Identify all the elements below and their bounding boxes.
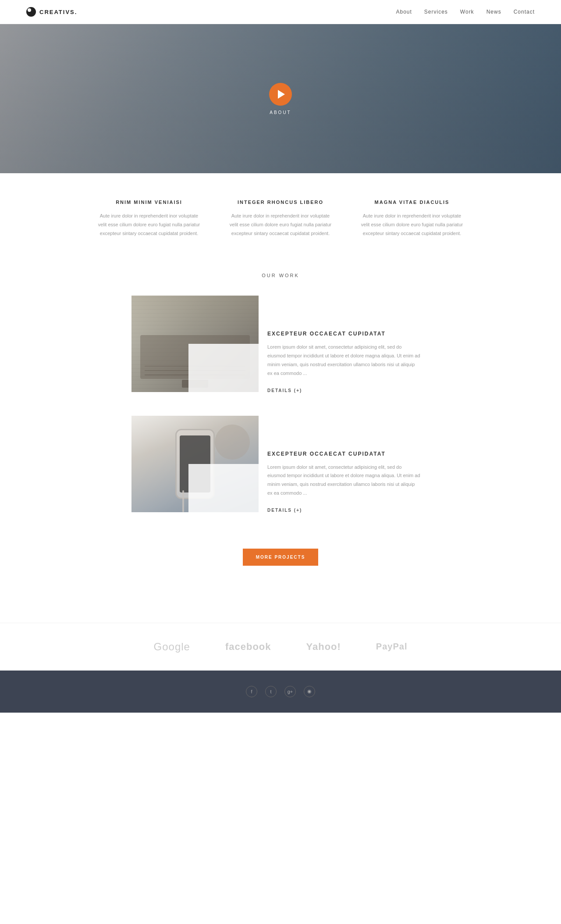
nav-work[interactable]: Work [460,9,474,15]
work-content-2: EXCEPTEUR OCCAECAT CUPIDATAT Lorem ipsum… [259,416,430,514]
feature-3-text: Aute irure dolor in reprehenderit inor v… [359,212,465,238]
feature-1-text: Aute irure dolor in reprehenderit inor v… [96,212,202,238]
nav-contact[interactable]: Contact [514,9,535,15]
our-work-section: OUR WORK EXCEPTEUR OCCAECAT CUPIDATAT [0,264,561,622]
work-item-2-text: Lorem ipsum dolor sit amet, consectetur … [267,463,421,498]
logo[interactable]: CREATIVS. [26,7,77,17]
client-yahoo: Yahoo! [306,641,341,653]
more-projects-wrapper: MORE PROJECTS [0,549,561,566]
work-item-1-title: EXCEPTEUR OCCAECAT CUPIDATAT [267,331,421,337]
feature-2: INTEGER RHONCUS LIBERO Aute irure dolor … [228,200,333,238]
footer-facebook-icon[interactable]: f [246,686,257,697]
work-image-1-wrapper [131,296,259,392]
work-item-1-text: Lorem ipsum dolor sit amet, consectetur … [267,343,421,378]
work-image-2-wrapper [131,416,259,512]
work-content-1: EXCEPTEUR OCCAECAT CUPIDATAT Lorem ipsum… [259,296,430,393]
work-item-2-title: EXCEPTEUR OCCAECAT CUPIDATAT [267,451,421,457]
nav-news[interactable]: News [486,9,501,15]
client-paypal: PayPal [376,642,408,652]
nav-links: About Services Work News Contact [396,9,535,15]
feature-3-title: MAGNA VITAE DIACULIS [359,200,465,205]
nav-services[interactable]: Services [424,9,448,15]
logo-icon [26,7,36,17]
work-item-2-details[interactable]: DETAILS (+) [267,508,302,513]
work-overlay-1 [188,344,259,392]
feature-1: RNIM MINIM VENIAISI Aute irure dolor in … [96,200,202,238]
work-items-list: EXCEPTEUR OCCAECAT CUPIDATAT Lorem ipsum… [0,296,561,535]
hero-play-button[interactable] [269,83,292,106]
feature-2-text: Aute irure dolor in reprehenderit inor v… [228,212,333,238]
feature-3: MAGNA VITAE DIACULIS Aute irure dolor in… [359,200,465,238]
our-work-title: OUR WORK [0,273,561,278]
nav-about[interactable]: About [396,9,412,15]
feature-2-title: INTEGER RHONCUS LIBERO [228,200,333,205]
client-facebook: facebook [225,641,271,653]
feature-1-title: RNIM MINIM VENIAISI [96,200,202,205]
work-item-1: EXCEPTEUR OCCAECAT CUPIDATAT Lorem ipsum… [131,296,430,393]
logo-text: CREATIVS. [39,9,77,15]
features-section: RNIM MINIM VENIAISI Aute irure dolor in … [0,173,561,264]
hero-label: ABOUT [270,110,291,115]
footer: f t g+ ◉ [0,671,561,713]
client-google: Google [154,641,190,653]
footer-twitter-icon[interactable]: t [265,686,277,697]
work-overlay-2 [188,464,259,512]
more-projects-button[interactable]: MORE PROJECTS [243,549,319,566]
work-item-2: EXCEPTEUR OCCAECAT CUPIDATAT Lorem ipsum… [131,416,430,514]
main-nav: CREATIVS. About Services Work News Conta… [0,0,561,24]
footer-rss-icon[interactable]: ◉ [304,686,315,697]
footer-googleplus-icon[interactable]: g+ [284,686,296,697]
work-item-1-details[interactable]: DETAILS (+) [267,388,302,393]
clients-section: Google facebook Yahoo! PayPal [0,623,561,671]
hero-section: ABOUT [0,24,561,173]
